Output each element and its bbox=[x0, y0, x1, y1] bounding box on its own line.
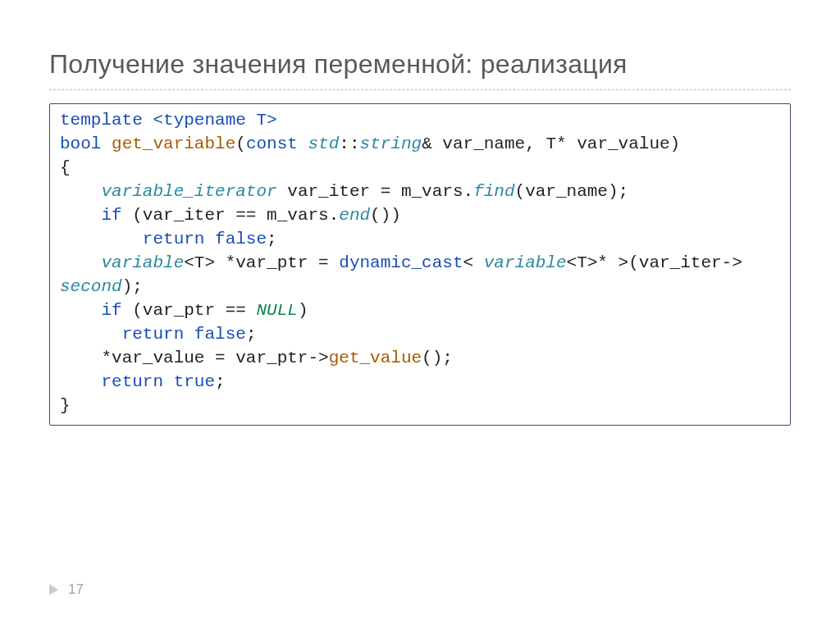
code-kw: return bbox=[143, 230, 205, 248]
code-cls: variable_iterator bbox=[101, 182, 276, 201]
code-indent bbox=[60, 206, 101, 225]
code-indent bbox=[60, 253, 101, 272]
code-text: ( bbox=[235, 134, 246, 153]
code-cls: std bbox=[308, 134, 340, 153]
page-number: 17 bbox=[68, 581, 84, 598]
slide-container: Получение значения переменной: реализаци… bbox=[0, 0, 840, 629]
code-text: ) bbox=[298, 301, 308, 320]
code-cls: end bbox=[339, 206, 370, 225]
code-kw: dynamic_cast bbox=[339, 253, 463, 272]
code-block: template <typename T> bool get_variable(… bbox=[49, 103, 791, 426]
code-kw: return bbox=[101, 372, 163, 391]
code-lit: NULL bbox=[256, 301, 297, 320]
code-cls: find bbox=[473, 182, 514, 201]
code-text: { bbox=[60, 158, 71, 177]
code-text: (var_iter == m_vars. bbox=[122, 206, 340, 225]
code-cls: variable bbox=[484, 253, 567, 272]
code-kw: return bbox=[122, 325, 185, 344]
code-text: <T> *var_ptr = bbox=[184, 253, 339, 272]
code-text: (var_ptr == bbox=[122, 301, 257, 320]
code-kw: < bbox=[153, 111, 163, 130]
code-indent bbox=[60, 372, 101, 391]
code-kw: bool bbox=[60, 134, 101, 153]
code-kw: typename bbox=[163, 111, 246, 130]
code-fn: get_value bbox=[329, 349, 422, 367]
code-text: <T>* >(var_iter-> bbox=[567, 253, 742, 272]
code-cls: string bbox=[360, 134, 422, 153]
code-text: (var_name); bbox=[515, 182, 629, 201]
footer: 17 bbox=[49, 581, 84, 598]
code-indent bbox=[60, 182, 101, 201]
code-text: ); bbox=[122, 277, 143, 296]
code-text: var_iter = m_vars. bbox=[277, 182, 473, 201]
code-text bbox=[143, 111, 153, 130]
code-text: & var_name, T* var_value) bbox=[422, 134, 680, 153]
code-cls: variable bbox=[101, 253, 184, 272]
code-text: ; bbox=[215, 372, 226, 391]
code-kw: false bbox=[215, 230, 267, 248]
divider bbox=[49, 89, 791, 90]
code-text: :: bbox=[339, 134, 359, 153]
code-kw: T> bbox=[246, 111, 277, 130]
code-text: *var_value = var_ptr-> bbox=[101, 349, 328, 367]
arrow-right-icon bbox=[49, 584, 58, 595]
code-text: (); bbox=[422, 349, 453, 367]
code-kw: const bbox=[246, 134, 298, 153]
code-text: ; bbox=[246, 325, 257, 344]
slide-title: Получение значения переменной: реализаци… bbox=[49, 49, 791, 80]
code-text: ; bbox=[267, 230, 277, 248]
code-indent bbox=[60, 301, 101, 320]
code-kw: template bbox=[60, 111, 143, 130]
code-kw: true bbox=[174, 372, 215, 391]
code-fn: get_variable bbox=[112, 134, 235, 153]
code-indent bbox=[60, 325, 122, 344]
code-kw: if bbox=[101, 301, 121, 320]
code-kw: if bbox=[101, 206, 121, 225]
code-text: ()) bbox=[370, 206, 401, 225]
code-text: < bbox=[463, 253, 484, 272]
code-indent bbox=[60, 230, 143, 248]
code-text: } bbox=[60, 396, 71, 415]
code-indent bbox=[60, 349, 101, 367]
code-kw: false bbox=[194, 325, 246, 344]
code-cls: second bbox=[60, 277, 122, 296]
